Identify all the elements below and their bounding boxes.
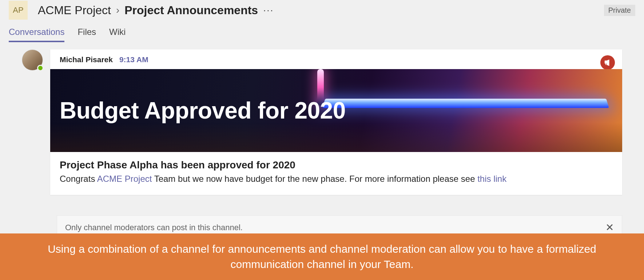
privacy-badge: Private [604, 5, 635, 16]
megaphone-icon [600, 55, 615, 70]
announcement-card: Michal Pisarek 9:13 AM Budget Approved f… [50, 49, 622, 195]
announcement-headline: Budget Approved for 2020 [60, 97, 346, 124]
chevron-right-icon: › [116, 4, 119, 16]
hero-decoration [50, 123, 622, 152]
team-mention[interactable]: ACME Project [97, 174, 152, 184]
caption-overlay: Using a combination of a channel for ann… [0, 233, 644, 280]
post-meta: Michal Pisarek 9:13 AM [50, 49, 622, 69]
tab-conversations[interactable]: Conversations [9, 27, 64, 42]
post-container: Michal Pisarek 9:13 AM Budget Approved f… [0, 42, 644, 195]
compose-restriction-text: Only channel moderators can post in this… [65, 223, 243, 232]
announcement-subhead: Project Phase Alpha has been approved fo… [60, 159, 613, 171]
tab-files[interactable]: Files [77, 27, 96, 42]
team-avatar-badge[interactable]: AP [9, 1, 28, 20]
caption-text: Using a combination of a channel for ann… [48, 243, 596, 270]
breadcrumb-team[interactable]: ACME Project [38, 4, 111, 17]
hero-decoration [322, 99, 609, 108]
post-timestamp[interactable]: 9:13 AM [119, 55, 148, 64]
post-author-name[interactable]: Michal Pisarek [60, 55, 113, 64]
post-author-avatar[interactable] [22, 49, 43, 71]
announcement-hero: Budget Approved for 2020 [50, 69, 622, 152]
more-info-link[interactable]: this link [477, 174, 506, 184]
presence-available-icon [37, 65, 44, 71]
announcement-text: Congrats ACME Project Team but we now ha… [60, 174, 613, 184]
post-body: Project Phase Alpha has been approved fo… [50, 152, 622, 195]
breadcrumb-channel[interactable]: Project Announcements [124, 4, 258, 17]
close-icon[interactable]: ✕ [605, 221, 614, 233]
post-text-segment: Congrats [60, 174, 97, 184]
channel-tabs: Conversations Files Wiki [0, 20, 644, 42]
channel-header: AP ACME Project › Project Announcements … [0, 0, 644, 20]
more-options-icon[interactable]: ··· [263, 4, 274, 16]
breadcrumb: ACME Project › Project Announcements ··· [38, 4, 604, 17]
post-text-segment: Team but we now have budget for the new … [152, 174, 477, 184]
tab-wiki[interactable]: Wiki [109, 27, 126, 42]
